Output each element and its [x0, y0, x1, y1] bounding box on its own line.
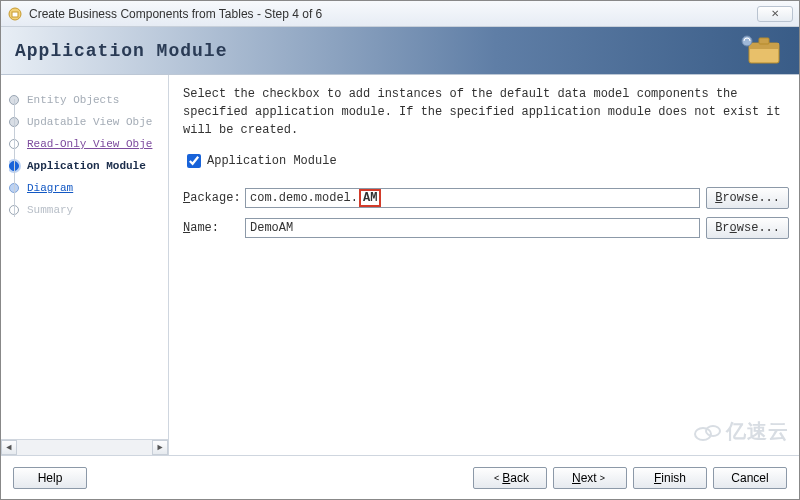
step-label: Diagram	[27, 182, 73, 194]
step-label: Entity Objects	[27, 94, 119, 106]
next-button[interactable]: Next>	[553, 467, 627, 489]
wizard-step-readonly-view[interactable]: Read-Only View Obje	[9, 133, 168, 155]
banner-title: Application Module	[15, 41, 227, 61]
name-label: Name:	[183, 221, 245, 235]
name-value: DemoAM	[250, 221, 293, 235]
application-module-checkbox-row: Application Module	[183, 151, 789, 171]
name-browse-button[interactable]: Browse...	[706, 217, 789, 239]
name-input[interactable]: DemoAM	[245, 218, 700, 238]
finish-button[interactable]: Finish	[633, 467, 707, 489]
step-label: Application Module	[27, 160, 146, 172]
package-label: Package:	[183, 191, 245, 205]
main-pane: Select the checkbox to add instances of …	[169, 75, 799, 455]
scroll-left-icon[interactable]: ◄	[1, 440, 17, 455]
wizard-step-entity-objects[interactable]: Entity Objects	[9, 89, 168, 111]
package-value-highlight: AM	[359, 189, 381, 207]
window-title: Create Business Components from Tables -…	[29, 7, 322, 21]
sidebar-scrollbar[interactable]: ◄ ►	[1, 439, 168, 455]
titlebar: Create Business Components from Tables -…	[1, 1, 799, 27]
package-value-prefix: com.demo.model.	[250, 191, 358, 205]
wizard-step-diagram[interactable]: Diagram	[9, 177, 168, 199]
scroll-right-icon[interactable]: ►	[152, 440, 168, 455]
step-label: Updatable View Obje	[27, 116, 152, 128]
briefcase-icon	[739, 33, 785, 72]
package-input[interactable]: com.demo.model.AM	[245, 188, 700, 208]
wizard-footer: Help <Back Next> Finish Cancel	[1, 455, 799, 499]
application-module-checkbox-label: Application Module	[207, 154, 337, 168]
wizard-body: Entity Objects Updatable View Obje Read-…	[1, 75, 799, 455]
step-label: Summary	[27, 204, 73, 216]
wizard-banner: Application Module	[1, 27, 799, 75]
wizard-step-application-module[interactable]: Application Module	[9, 155, 168, 177]
application-module-checkbox[interactable]	[187, 154, 201, 168]
wizard-steps-sidebar: Entity Objects Updatable View Obje Read-…	[1, 75, 169, 455]
window-close-button[interactable]: ✕	[757, 6, 793, 22]
cancel-button[interactable]: Cancel	[713, 467, 787, 489]
package-row: Package: com.demo.model.AM Browse...	[183, 187, 789, 209]
name-row: Name: DemoAM Browse...	[183, 217, 789, 239]
svg-rect-1	[12, 12, 18, 17]
wizard-step-summary: Summary	[9, 199, 168, 221]
back-button[interactable]: <Back	[473, 467, 547, 489]
step-description: Select the checkbox to add instances of …	[183, 85, 789, 139]
package-browse-button[interactable]: Browse...	[706, 187, 789, 209]
step-label: Read-Only View Obje	[27, 138, 152, 150]
svg-rect-4	[759, 38, 769, 44]
app-icon	[7, 6, 23, 22]
help-button[interactable]: Help	[13, 467, 87, 489]
wizard-step-updatable-view[interactable]: Updatable View Obje	[9, 111, 168, 133]
